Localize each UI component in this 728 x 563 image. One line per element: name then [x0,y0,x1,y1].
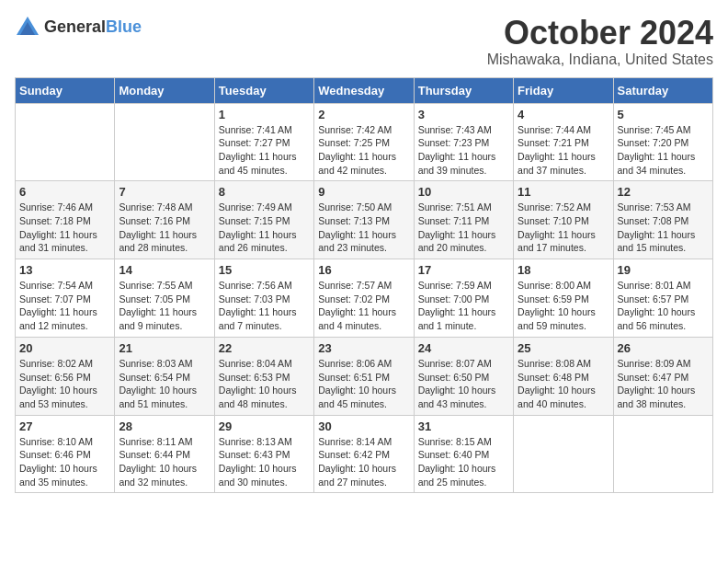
day-number: 1 [219,108,310,121]
sunset-text: Sunset: 6:47 PM [618,372,689,383]
table-row: 23 Sunrise: 8:06 AM Sunset: 6:51 PM Dayl… [314,337,414,415]
sunset-text: Sunset: 6:53 PM [219,372,290,383]
weekday-header-row: Sunday Monday Tuesday Wednesday Thursday… [16,77,713,103]
table-row: 1 Sunrise: 7:41 AM Sunset: 7:27 PM Dayli… [214,103,313,181]
calendar-week-row: 20 Sunrise: 8:02 AM Sunset: 6:56 PM Dayl… [16,337,713,415]
table-row: 24 Sunrise: 8:07 AM Sunset: 6:50 PM Dayl… [414,337,513,415]
sunset-text: Sunset: 6:48 PM [518,372,589,383]
table-row: 4 Sunrise: 7:44 AM Sunset: 7:21 PM Dayli… [514,103,613,181]
day-number: 11 [518,185,609,199]
daylight-text: Daylight: 11 hours and 7 minutes. [219,306,297,331]
sunrise-text: Sunrise: 8:02 AM [19,358,93,369]
table-row: 20 Sunrise: 8:02 AM Sunset: 6:56 PM Dayl… [16,337,115,415]
sunset-text: Sunset: 7:15 PM [219,215,290,226]
sunset-text: Sunset: 7:16 PM [119,215,190,226]
sunrise-text: Sunrise: 7:41 AM [219,124,292,135]
day-number: 29 [219,419,310,433]
sunrise-text: Sunrise: 8:11 AM [119,436,192,447]
day-number: 13 [19,263,110,277]
table-row: 11 Sunrise: 7:52 AM Sunset: 7:10 PM Dayl… [514,181,613,259]
table-row: 21 Sunrise: 8:03 AM Sunset: 6:54 PM Dayl… [115,337,214,415]
table-row: 26 Sunrise: 8:09 AM Sunset: 6:47 PM Dayl… [613,337,712,415]
day-number: 18 [518,263,609,277]
sunrise-text: Sunrise: 8:03 AM [119,358,192,369]
sunrise-text: Sunrise: 7:57 AM [318,280,392,291]
table-row: 2 Sunrise: 7:42 AM Sunset: 7:25 PM Dayli… [314,103,414,181]
daylight-text: Daylight: 11 hours and 15 minutes. [618,229,696,254]
sunset-text: Sunset: 6:56 PM [19,372,91,383]
day-number: 6 [19,185,110,199]
day-number: 9 [318,185,409,199]
sunset-text: Sunset: 7:05 PM [119,293,190,304]
table-row: 28 Sunrise: 8:11 AM Sunset: 6:44 PM Dayl… [115,415,214,493]
sunrise-text: Sunrise: 7:59 AM [418,280,492,291]
sunset-text: Sunset: 7:00 PM [418,293,490,304]
sunset-text: Sunset: 7:18 PM [19,215,91,226]
header-thursday: Thursday [414,77,513,103]
table-row: 17 Sunrise: 7:59 AM Sunset: 7:00 PM Dayl… [414,259,513,338]
daylight-text: Daylight: 10 hours and 51 minutes. [119,385,197,409]
daylight-text: Daylight: 10 hours and 35 minutes. [19,463,97,488]
logo-general: GeneralBlue [44,18,142,37]
table-row: 18 Sunrise: 8:00 AM Sunset: 6:59 PM Dayl… [514,259,613,338]
table-row: 16 Sunrise: 7:57 AM Sunset: 7:02 PM Dayl… [314,259,414,338]
daylight-text: Daylight: 10 hours and 48 minutes. [219,385,297,409]
sunset-text: Sunset: 6:44 PM [119,449,190,460]
day-number: 5 [618,108,709,121]
table-row: 6 Sunrise: 7:46 AM Sunset: 7:18 PM Dayli… [16,181,115,259]
sunrise-text: Sunrise: 7:50 AM [318,201,392,213]
day-number: 16 [318,263,409,277]
sunset-text: Sunset: 6:40 PM [418,449,490,460]
daylight-text: Daylight: 10 hours and 56 minutes. [618,306,696,331]
day-number: 14 [119,263,210,277]
sunrise-text: Sunrise: 7:54 AM [19,280,93,291]
logo-icon [15,15,40,40]
daylight-text: Daylight: 10 hours and 38 minutes. [618,385,696,409]
month-title: October 2024 [487,15,713,52]
table-row: 3 Sunrise: 7:43 AM Sunset: 7:23 PM Dayli… [414,103,513,181]
daylight-text: Daylight: 11 hours and 9 minutes. [119,306,197,331]
sunrise-text: Sunrise: 7:43 AM [418,124,492,135]
header: GeneralBlue October 2024 Mishawaka, Indi… [15,15,713,68]
sunrise-text: Sunrise: 8:01 AM [618,280,691,291]
calendar-week-row: 27 Sunrise: 8:10 AM Sunset: 6:46 PM Dayl… [16,415,713,493]
sunrise-text: Sunrise: 8:10 AM [19,436,93,447]
header-friday: Friday [514,77,613,103]
table-row: 30 Sunrise: 8:14 AM Sunset: 6:42 PM Dayl… [314,415,414,493]
day-number: 19 [618,263,709,277]
sunset-text: Sunset: 6:50 PM [418,372,490,383]
sunset-text: Sunset: 7:27 PM [219,137,290,148]
daylight-text: Daylight: 11 hours and 4 minutes. [318,306,396,331]
header-sunday: Sunday [16,77,115,103]
sunrise-text: Sunrise: 7:42 AM [318,124,392,135]
calendar-table: Sunday Monday Tuesday Wednesday Thursday… [15,77,713,494]
day-number: 21 [119,341,210,355]
sunrise-text: Sunrise: 7:53 AM [618,201,691,213]
logo: GeneralBlue [15,15,142,40]
sunrise-text: Sunrise: 7:46 AM [19,201,93,213]
daylight-text: Daylight: 11 hours and 45 minutes. [219,151,297,176]
sunset-text: Sunset: 7:20 PM [618,137,689,148]
daylight-text: Daylight: 10 hours and 53 minutes. [19,385,97,409]
daylight-text: Daylight: 10 hours and 32 minutes. [119,463,197,488]
day-number: 10 [418,185,509,199]
sunrise-text: Sunrise: 8:04 AM [219,358,292,369]
sunset-text: Sunset: 7:25 PM [318,137,390,148]
table-row: 29 Sunrise: 8:13 AM Sunset: 6:43 PM Dayl… [214,415,313,493]
sunrise-text: Sunrise: 7:55 AM [119,280,192,291]
sunset-text: Sunset: 7:08 PM [618,215,689,226]
header-wednesday: Wednesday [314,77,414,103]
sunrise-text: Sunrise: 8:00 AM [518,280,591,291]
daylight-text: Daylight: 10 hours and 59 minutes. [518,306,596,331]
table-row: 19 Sunrise: 8:01 AM Sunset: 6:57 PM Dayl… [613,259,712,338]
day-number: 24 [418,341,509,355]
daylight-text: Daylight: 10 hours and 27 minutes. [318,463,396,488]
sunset-text: Sunset: 6:59 PM [518,293,589,304]
daylight-text: Daylight: 11 hours and 42 minutes. [318,151,396,176]
sunrise-text: Sunrise: 7:49 AM [219,201,292,213]
day-number: 25 [518,341,609,355]
table-row: 13 Sunrise: 7:54 AM Sunset: 7:07 PM Dayl… [16,259,115,338]
day-number: 3 [418,108,509,121]
table-row: 12 Sunrise: 7:53 AM Sunset: 7:08 PM Dayl… [613,181,712,259]
sunrise-text: Sunrise: 8:13 AM [219,436,292,447]
